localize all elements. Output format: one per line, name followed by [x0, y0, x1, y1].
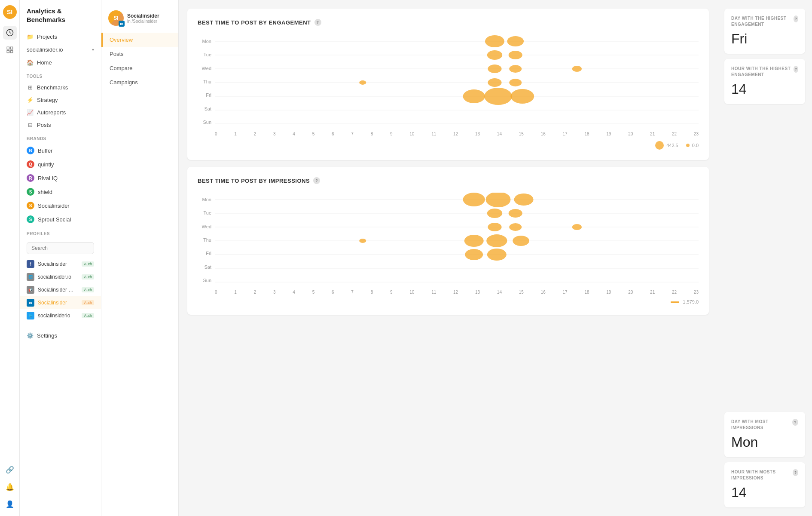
ads-icon: 📢: [27, 286, 34, 294]
spacer-mid: [724, 109, 805, 407]
imp-bubble-wed-13: [488, 223, 501, 231]
y-label-sun-imp: Sun: [198, 278, 215, 283]
x-axis-engagement: 0 1 2 3 4 5 6 7 8 9 10 11 12 13 14 15 16: [215, 131, 699, 136]
stat-card-impressions-day: DAY WITH MOST IMPRESSIONS ? Mon: [724, 412, 805, 457]
imp-bubble-tue-13: [487, 209, 502, 218]
sidebar-account-selector[interactable]: socialinsider.io ▾: [20, 43, 101, 56]
stat-card-engagement-day: DAY WITH THE HIGHEST ENGAGEMENT ? Fri: [724, 9, 805, 54]
nav-profile-sub: in /Socialinsider: [127, 19, 159, 24]
x-12: 12: [453, 132, 458, 136]
imp-bubble-wed-14: [509, 223, 522, 231]
posts-label: Posts: [37, 122, 94, 128]
profiles-section-label: PROFILES: [20, 226, 101, 239]
impressions-day-info[interactable]: ?: [792, 419, 798, 426]
nav-item-campaigns[interactable]: Campaigns: [101, 75, 178, 89]
x-6: 6: [332, 132, 334, 136]
y-label-tue-imp: Tue: [198, 210, 215, 215]
imp-bubble-fri-13: [487, 249, 507, 261]
profile-socialinsider-web[interactable]: 🌐 socialinsider.io Auth: [20, 270, 101, 283]
sidebar-item-autoreports[interactable]: 📈 Autoreports: [20, 106, 101, 119]
impressions-chart-title: BEST TIME TO POST BY IMPRESSIONS ?: [198, 177, 699, 184]
nav-header: SI in Socialinsider in /Socialinsider: [101, 7, 178, 33]
profile-name-li: Socialinsider: [38, 300, 67, 306]
sidebar-brand-rivaliq[interactable]: R Rival IQ: [20, 171, 101, 185]
engagement-chart-title: BEST TIME TO POST BY ENGAGEMENT ?: [198, 19, 699, 26]
autoreports-label: Autoreports: [37, 109, 94, 116]
impressions-hour-info[interactable]: ?: [793, 469, 798, 476]
auth-badge-ads: Auth: [82, 287, 94, 292]
app-logo[interactable]: SI: [3, 5, 17, 19]
impressions-info-icon[interactable]: ?: [313, 177, 320, 184]
xi-10: 10: [409, 290, 414, 295]
x-21: 21: [650, 132, 655, 136]
profile-socialinsider-fb[interactable]: f Socialinsider Auth: [20, 258, 101, 270]
profile-name-ads: Socialinsider ads ac...: [38, 287, 76, 293]
sidebar-brand-shield[interactable]: S shield: [20, 185, 101, 199]
web-icon: 🌐: [27, 273, 34, 281]
icon-bar-analytics[interactable]: [3, 26, 17, 40]
xi-4: 4: [293, 290, 295, 295]
profile-name: Socialinsider: [38, 261, 67, 267]
nav-item-posts[interactable]: Posts: [101, 47, 178, 61]
sidebar-item-benchmarks[interactable]: ⊞ Benchmarks: [20, 81, 101, 94]
bubble-mon-13: [485, 35, 504, 47]
quintly-label: quintly: [38, 161, 94, 168]
autoreports-icon: 📈: [27, 109, 34, 116]
engagement-legend: 442.5 0.0: [198, 141, 699, 150]
engagement-hour-info[interactable]: ?: [794, 66, 798, 73]
imp-bubble-mon-14: [514, 194, 534, 206]
icon-bar-bell[interactable]: 🔔: [3, 480, 17, 494]
x-1: 1: [234, 132, 237, 136]
y-label-mon-imp: Mon: [198, 197, 215, 202]
home-icon: 🏠: [27, 59, 34, 66]
x-5: 5: [312, 132, 315, 136]
auth-badge-web: Auth: [82, 274, 94, 280]
xi-9: 9: [390, 290, 393, 295]
profiles-search-input[interactable]: [27, 242, 94, 254]
legend-max-bubble: [655, 141, 664, 150]
sidebar-settings[interactable]: ⚙️ Settings: [20, 329, 101, 342]
nav-item-compare[interactable]: Compare: [101, 61, 178, 75]
engagement-day-info[interactable]: ?: [794, 15, 798, 22]
bubble-thu-13: [488, 78, 501, 87]
engagement-chart-svg: [215, 34, 699, 129]
engagement-hour-label: HOUR WITH THE HIGHEST ENGAGEMENT ?: [731, 66, 798, 78]
xi-20: 20: [628, 290, 633, 295]
icon-bar-nav[interactable]: [3, 43, 17, 57]
profile-socialinsider-ads[interactable]: 📢 Socialinsider ads ac... Auth: [20, 283, 101, 296]
xi-11: 11: [431, 290, 436, 295]
bubble-fri-13: [484, 88, 512, 105]
y-label-thu-imp: Thu: [198, 237, 215, 243]
profile-socialinsiderio-tw[interactable]: 🐦 socialinsiderio Auth: [20, 309, 101, 322]
brands-section-label: BRANDS: [20, 131, 101, 144]
icon-bar-user[interactable]: 👤: [3, 497, 17, 511]
xi-17: 17: [563, 290, 568, 295]
sidebar-item-strategy[interactable]: ⚡ Strategy: [20, 94, 101, 106]
nav-item-overview[interactable]: Overview: [101, 33, 178, 47]
right-panel: DAY WITH THE HIGHEST ENGAGEMENT ? Fri HO…: [717, 0, 812, 516]
sidebar-brand-buffer[interactable]: B Buffer: [20, 144, 101, 157]
main-content: BEST TIME TO POST BY ENGAGEMENT ? Mon Tu…: [179, 0, 717, 516]
sprout-label: Sprout Social: [38, 216, 94, 223]
impressions-hour-label: HOUR WITH MOSTS IMPRESSIONS ?: [731, 469, 798, 481]
sidebar-item-home[interactable]: 🏠 Home: [20, 56, 101, 69]
sidebar-brand-socialinsider[interactable]: S Socialinsider: [20, 199, 101, 212]
sidebar-brand-quintly[interactable]: Q quintly: [20, 157, 101, 171]
sidebar-item-projects[interactable]: 📁 Projects: [20, 31, 101, 43]
impressions-day-label: DAY WITH MOST IMPRESSIONS ?: [731, 419, 798, 431]
sidebar-brand-sprout[interactable]: S Sprout Social: [20, 212, 101, 226]
bubble-wed-14: [509, 65, 522, 73]
x-13: 13: [475, 132, 480, 136]
icon-bar-link[interactable]: 🔗: [3, 463, 17, 476]
posts-icon: ⊟: [27, 122, 34, 128]
engagement-info-icon[interactable]: ?: [314, 19, 321, 26]
sidebar-item-posts[interactable]: ⊟ Posts: [20, 119, 101, 131]
profile-socialinsider-li[interactable]: in Socialinsider Auth: [20, 296, 101, 309]
bubble-thu-14: [509, 79, 522, 86]
benchmarks-icon: ⊞: [27, 84, 34, 91]
x-18: 18: [584, 132, 589, 136]
bubble-thu-7: [359, 80, 366, 85]
x-7: 7: [351, 132, 354, 136]
imp-bubble-mon-13: [486, 193, 511, 207]
xi-14: 14: [497, 290, 502, 295]
